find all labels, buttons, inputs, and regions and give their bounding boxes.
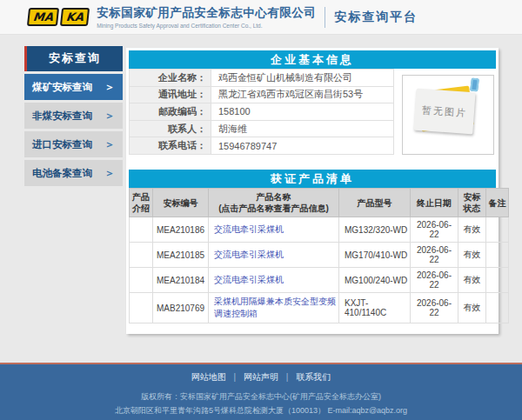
product-photo-placeholder: 暂无图片 [402, 75, 494, 155]
col-header-model: 产品型号 [339, 189, 411, 217]
status-cell: 有效 [458, 293, 486, 323]
sidebar-item-battery-record-query[interactable]: 电池备案查询 ＞ [24, 160, 123, 186]
col-header-status: 安标 状态 [458, 189, 486, 217]
info-label: 通讯地址： [130, 86, 211, 103]
company-info-table: 企业名称： 鸡西金恒矿山机械制造有限公司 通讯地址： 黑龙江省鸡西市鸡冠区南昌街… [129, 69, 394, 155]
product-list-title: 获证产品清单 [129, 170, 496, 188]
sidebar-item-import-mark-query[interactable]: 进口安标查询 ＞ [24, 131, 123, 157]
sidebar-item-noncoal-mark-query[interactable]: 非煤安标查询 ＞ [24, 103, 123, 129]
product-code-cell: MEA210186 [153, 217, 209, 243]
info-label: 邮政编码： [130, 103, 211, 121]
note-clip-icon [470, 78, 479, 92]
product-intro-cell [130, 293, 153, 323]
address-value: 黑龙江省鸡西市鸡冠区南昌街53号 [211, 86, 394, 103]
platform-title: 安标查询平台 [334, 10, 418, 25]
org-names: 安标国家矿用产品安全标志中心有限公司 Mining Products Safet… [97, 5, 316, 29]
info-label: 联系人： [130, 120, 211, 137]
product-name-link[interactable]: 交流电牵引采煤机 [214, 275, 284, 284]
remark-cell [486, 243, 509, 268]
product-model-cell: MG170/410-WD [339, 243, 411, 268]
product-name-link[interactable]: 采煤机用隔爆兼本质安全型变频调速控制箱 [214, 297, 336, 318]
col-header-code: 安标编号 [153, 189, 209, 217]
table-header-row: 产品 介绍 安标编号 产品名称 (点击产品名称查看产品信息) 产品型号 终止日期… [130, 189, 509, 217]
product-name-cell: 交流电牵引采煤机 [209, 217, 339, 243]
status-cell: 有效 [458, 217, 486, 243]
end-date-cell: 2026-06-22 [411, 268, 458, 293]
table-row: MEA210184 交流电牵引采煤机 MG100/240-WD 2026-06-… [130, 268, 509, 293]
no-image-text: 暂无图片 [422, 103, 468, 120]
table-row: 联系人： 胡海维 [130, 120, 394, 137]
product-name-link[interactable]: 交流电牵引采煤机 [214, 250, 284, 259]
product-model-cell: MG132/320-WD [339, 217, 411, 243]
product-table: 产品 介绍 安标编号 产品名称 (点击产品名称查看产品信息) 产品型号 终止日期… [129, 188, 509, 323]
table-row: 通讯地址： 黑龙江省鸡西市鸡冠区南昌街53号 [130, 86, 394, 103]
footer-links: 网站地图 | 网站声明 | 联系我们 [0, 371, 522, 383]
remark-cell [486, 293, 509, 323]
sidebar-title: 安标查询 [24, 46, 123, 71]
company-info-body: 企业名称： 鸡西金恒矿山机械制造有限公司 通讯地址： 黑龙江省鸡西市鸡冠区南昌街… [129, 69, 496, 155]
logo-ka-icon: KA [60, 8, 90, 26]
product-name-cell: 交流电牵引采煤机 [209, 243, 339, 268]
table-row: 邮政编码： 158100 [130, 103, 394, 121]
table-row: 企业名称： 鸡西金恒矿山机械制造有限公司 [130, 70, 394, 87]
footer-link-statement[interactable]: 网站声明 [244, 372, 278, 382]
org-name-en: Mining Products Safety Approval and Cert… [97, 23, 316, 29]
footer-separator: | [234, 372, 237, 382]
no-image-note-icon: 暂无图片 [413, 89, 475, 135]
table-row: MAB210769 采煤机用隔爆兼本质安全型变频调速控制箱 KXJT-410/1… [130, 293, 509, 323]
top-header: MA KA 安标国家矿用产品安全标志中心有限公司 Mining Products… [0, 0, 522, 35]
table-row: MEA210186 交流电牵引采煤机 MG132/320-WD 2026-06-… [130, 217, 509, 243]
remark-cell [486, 217, 509, 243]
table-row: MEA210185 交流电牵引采煤机 MG170/410-WD 2026-06-… [130, 243, 509, 268]
footer-address: 北京朝阳区和平里青年沟路5号煤科总院检测大厦（100013） E-mail:aq… [0, 405, 522, 417]
main-panel: 企业基本信息 企业名称： 鸡西金恒矿山机械制造有限公司 通讯地址： 黑龙江省鸡西… [126, 48, 499, 334]
product-model-cell: KXJT-410/1140C [339, 293, 411, 323]
phone-value: 15946789747 [211, 137, 394, 155]
product-code-cell: MAB210769 [153, 293, 209, 323]
postcode-value: 158100 [211, 103, 394, 121]
product-code-cell: MEA210184 [153, 268, 209, 293]
col-header-intro: 产品 介绍 [130, 189, 153, 217]
status-cell: 有效 [458, 243, 486, 268]
chevron-right-icon: ＞ [104, 166, 115, 181]
sidebar: 安标查询 煤矿安标查询 ＞ 非煤安标查询 ＞ 进口安标查询 ＞ 电池备案查询 ＞ [24, 46, 123, 186]
footer-copyright: 版权所有：安标国家矿用产品安全标志中心(矿用产品安全标志办公室) [0, 391, 522, 403]
product-intro-cell [130, 243, 153, 268]
col-header-remark: 备注 [486, 189, 509, 217]
end-date-cell: 2026-06-22 [411, 217, 458, 243]
remark-cell [486, 268, 509, 293]
sidebar-item-label: 非煤安标查询 [32, 110, 92, 123]
company-info-title: 企业基本信息 [129, 50, 496, 69]
footer: 网站地图 | 网站声明 | 联系我们 版权所有：安标国家矿用产品安全标志中心(矿… [0, 363, 522, 420]
chevron-right-icon: ＞ [104, 137, 115, 152]
org-name-cn: 安标国家矿用产品安全标志中心有限公司 [97, 5, 316, 21]
footer-separator: | [286, 372, 289, 382]
chevron-right-icon: ＞ [104, 109, 115, 123]
info-label: 企业名称： [130, 70, 211, 87]
product-code-cell: MEA210185 [153, 243, 209, 268]
status-cell: 有效 [458, 268, 486, 293]
footer-link-sitemap[interactable]: 网站地图 [191, 372, 226, 382]
footer-link-contact[interactable]: 联系我们 [296, 372, 331, 382]
product-section: 获证产品清单 产品 介绍 安标编号 产品名称 (点击产品名称查看产品信息) 产品… [129, 170, 496, 323]
end-date-cell: 2026-06-22 [411, 293, 458, 323]
col-header-end-date: 终止日期 [411, 189, 458, 217]
product-intro-cell [130, 268, 153, 293]
company-name-value: 鸡西金恒矿山机械制造有限公司 [211, 70, 394, 87]
logo-ma-icon: MA [27, 8, 59, 26]
info-label: 联系电话： [130, 137, 211, 155]
sidebar-item-label: 进口安标查询 [32, 138, 92, 151]
header-divider [325, 7, 325, 28]
product-name-cell: 交流电牵引采煤机 [209, 268, 339, 293]
sidebar-item-label: 煤矿安标查询 [32, 81, 92, 94]
maka-logo: MA KA [28, 8, 89, 26]
sidebar-item-coal-mark-query[interactable]: 煤矿安标查询 ＞ [24, 74, 123, 100]
sidebar-item-label: 电池备案查询 [32, 167, 92, 180]
product-name-link[interactable]: 交流电牵引采煤机 [214, 224, 284, 234]
product-intro-cell [130, 217, 153, 243]
product-model-cell: MG100/240-WD [339, 268, 411, 293]
product-name-cell: 采煤机用隔爆兼本质安全型变频调速控制箱 [209, 293, 339, 323]
chevron-right-icon: ＞ [104, 80, 115, 95]
table-row: 联系电话： 15946789747 [130, 137, 394, 155]
end-date-cell: 2026-06-22 [411, 243, 458, 268]
